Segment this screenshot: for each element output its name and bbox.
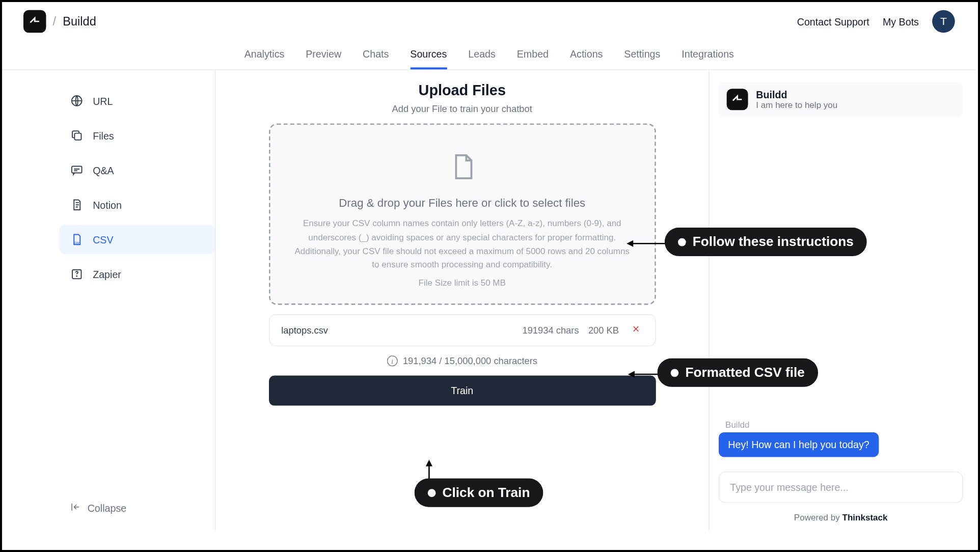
tab-chats[interactable]: Chats (363, 41, 389, 69)
chat-preview: Buildd I am here to help you Buildd Hey!… (710, 70, 976, 531)
file-name: laptops.csv (281, 325, 513, 336)
powered-by: Powered by Thinkstack (719, 512, 963, 522)
page-title: Upload Files (419, 82, 506, 99)
copy-icon (70, 129, 84, 142)
svg-rect-1 (74, 133, 81, 140)
sidebar-item-label: Notion (93, 199, 122, 210)
sidebar-item-notion[interactable]: Notion (60, 190, 215, 219)
page-subtitle: Add your File to train your chatbot (392, 103, 532, 114)
tab-integrations[interactable]: Integrations (682, 41, 734, 69)
sidebar-item-files[interactable]: Files (60, 121, 215, 150)
char-count-text: 191,934 / 15,000,000 characters (403, 356, 537, 367)
arrow-csv (628, 368, 659, 381)
tab-settings[interactable]: Settings (624, 41, 660, 69)
svg-marker-11 (426, 460, 432, 466)
dropzone-title: Drag & drop your Files here or click to … (293, 197, 632, 210)
arrow-train (422, 460, 435, 480)
collapse-label: Collapse (88, 502, 126, 513)
zapier-icon (70, 267, 84, 281)
tab-embed[interactable]: Embed (517, 41, 549, 69)
app-logo[interactable] (23, 10, 46, 33)
globe-icon (70, 94, 84, 107)
svg-marker-7 (627, 240, 633, 247)
contact-support-link[interactable]: Contact Support (797, 16, 869, 27)
svg-text:csv: csv (74, 241, 80, 244)
notion-icon (70, 198, 84, 211)
logo-icon (731, 93, 744, 106)
logo-icon (28, 15, 41, 28)
sidebar-item-label: Zapier (93, 268, 121, 280)
callout-csv: Formatted CSV file (657, 358, 818, 387)
arrow-instructions (627, 237, 667, 250)
svg-marker-9 (628, 371, 635, 377)
tab-leads[interactable]: Leads (468, 41, 496, 69)
bot-message: Hey! How can I help you today? (719, 432, 879, 457)
avatar[interactable]: T (932, 10, 955, 33)
chat-header: Buildd I am here to help you (719, 82, 963, 117)
sidebar-item-zapier[interactable]: Zapier (60, 260, 215, 289)
sidebar: URL Files Q&A Notion csv CSV Zapier (49, 70, 216, 531)
tab-actions[interactable]: Actions (570, 41, 603, 69)
train-button[interactable]: Train (268, 376, 656, 406)
collapse-button[interactable]: Collapse (60, 493, 215, 522)
sidebar-item-label: URL (93, 95, 113, 106)
file-icon (447, 151, 477, 182)
close-icon (631, 324, 640, 334)
main-content: Upload Files Add your File to train your… (215, 70, 709, 531)
svg-rect-2 (72, 166, 82, 173)
dropzone-limit: File Size limit is 50 MB (293, 278, 632, 288)
chat-input[interactable]: Type your message here... (719, 472, 963, 503)
file-size: 200 KB (588, 325, 619, 336)
sidebar-item-url[interactable]: URL (60, 86, 215, 116)
tab-sources[interactable]: Sources (410, 41, 447, 69)
tab-analytics[interactable]: Analytics (244, 41, 285, 69)
chat-title: Buildd (756, 89, 837, 100)
csv-icon: csv (70, 233, 84, 246)
info-icon: i (387, 356, 397, 367)
svg-point-5 (76, 276, 77, 277)
chat-icon (70, 163, 84, 177)
chat-logo (727, 89, 748, 110)
remove-file-button[interactable] (628, 324, 643, 337)
header: / Buildd Contact Support My Bots T (2, 2, 976, 41)
chat-subtitle: I am here to help you (756, 100, 837, 111)
my-bots-link[interactable]: My Bots (883, 16, 919, 27)
sidebar-item-csv[interactable]: csv CSV (60, 225, 215, 255)
callout-instructions: Follow these instructions (665, 228, 867, 256)
dropzone-description: Ensure your CSV column names contain onl… (293, 217, 632, 272)
uploaded-file-row: laptops.csv 191934 chars 200 KB (268, 314, 656, 346)
file-dropzone[interactable]: Drag & drop your Files here or click to … (268, 123, 656, 305)
tab-bar: Analytics Preview Chats Sources Leads Em… (2, 41, 976, 70)
file-chars: 191934 chars (522, 325, 579, 336)
sidebar-item-label: CSV (93, 234, 113, 245)
bot-name-label: Buildd (725, 420, 963, 430)
breadcrumb-label[interactable]: Buildd (63, 14, 96, 29)
breadcrumb-separator: / (53, 14, 57, 29)
sidebar-item-label: Files (93, 130, 114, 141)
tab-preview[interactable]: Preview (306, 41, 341, 69)
sidebar-item-label: Q&A (93, 164, 114, 176)
character-count: i 191,934 / 15,000,000 characters (387, 356, 537, 367)
sidebar-item-qa[interactable]: Q&A (60, 155, 215, 185)
callout-train: Click on Train (415, 478, 543, 507)
collapse-icon (70, 502, 81, 514)
